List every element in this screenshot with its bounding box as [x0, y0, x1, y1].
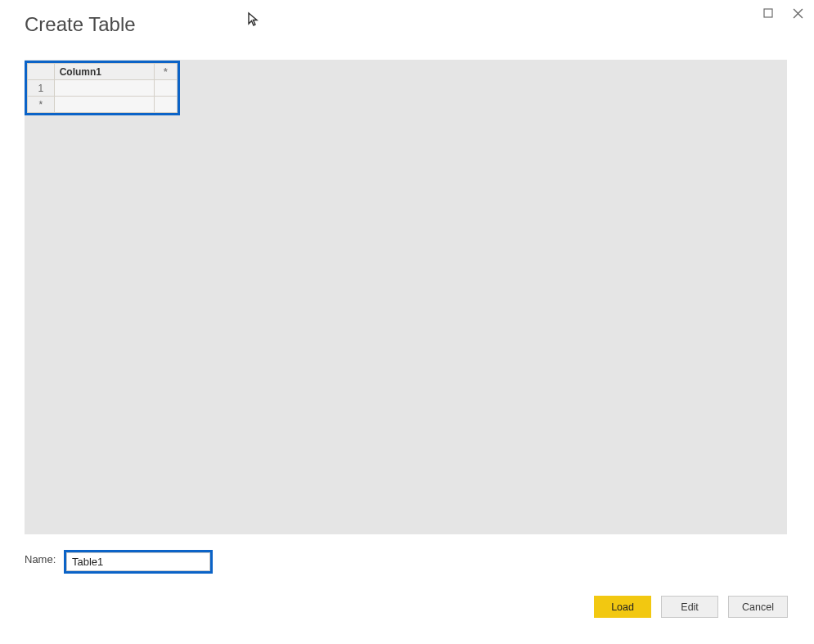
cancel-button[interactable]: Cancel [728, 596, 788, 618]
row-header-new[interactable]: * [28, 97, 55, 113]
table-cell[interactable] [54, 97, 154, 113]
dialog-title: Create Table [25, 13, 136, 36]
table-corner-cell[interactable] [28, 64, 55, 80]
name-input-frame [64, 550, 213, 574]
table-cell[interactable] [154, 80, 177, 97]
table-cell[interactable] [54, 80, 154, 97]
add-column-header[interactable]: * [154, 64, 177, 80]
edit-button[interactable]: Edit [661, 596, 718, 618]
window-titlebar [752, 0, 814, 26]
grid-entry-area[interactable] [25, 60, 787, 534]
svg-rect-0 [764, 9, 772, 17]
table-name-input[interactable] [66, 552, 210, 571]
column-header[interactable]: Column1 [54, 64, 154, 80]
window-maximize-button[interactable] [758, 3, 778, 23]
name-label: Name: [25, 553, 56, 565]
maximize-icon [763, 8, 773, 18]
row-header[interactable]: 1 [28, 80, 55, 97]
data-entry-table[interactable]: Column1 * 1 * [25, 61, 180, 115]
window-close-button[interactable] [788, 3, 807, 23]
table-cell[interactable] [154, 97, 177, 113]
load-button[interactable]: Load [594, 596, 651, 618]
close-icon [793, 8, 803, 19]
button-bar: Load Edit Cancel [594, 596, 788, 618]
cursor-icon [247, 11, 260, 31]
